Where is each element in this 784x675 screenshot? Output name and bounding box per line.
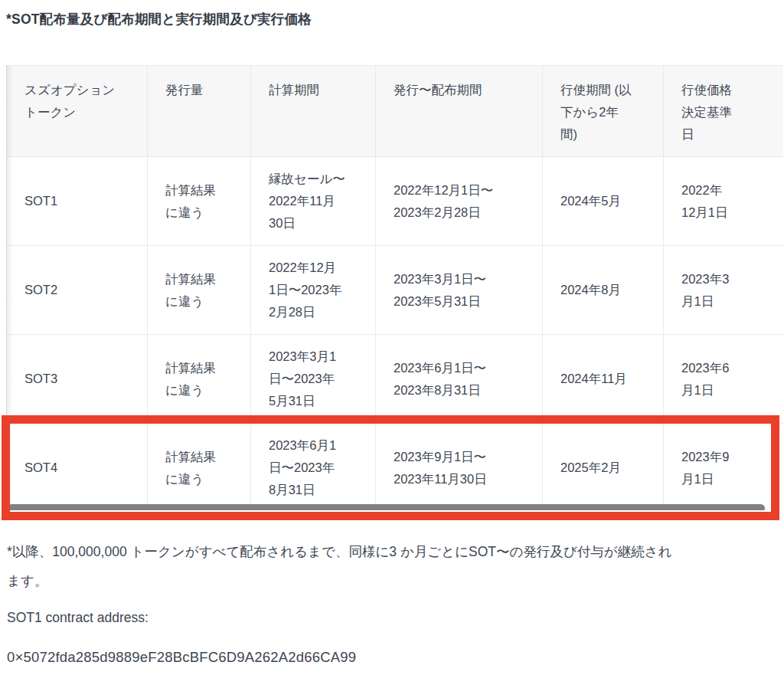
cell-token: SOT1 [7,157,148,246]
cell-price-date: 2023年9 月1日 [664,424,784,511]
col-header-token: スズオプション トークン [7,66,148,157]
cell-calc-period: 2023年3月1 日〜2023年 5月31日 [251,335,376,424]
cell-price-date: 2023年6 月1日 [664,335,784,424]
cell-dist-period: 2022年12月1日〜 2023年2月28日 [376,157,543,246]
cell-issuance: 計算結果 に違う [148,157,251,246]
cell-token: SOT2 [7,246,148,335]
footnote-text: *以降、100,000,000 トークンがすべて配布されるまで、同様に3 か月ご… [7,537,780,595]
col-header-dist-period: 発行〜配布期間 [376,66,543,157]
cell-exercise-period: 2024年5月 [543,157,664,246]
cell-token: SOT3 [7,335,148,424]
cell-exercise-period: 2024年11月 [543,335,664,424]
cell-dist-period: 2023年6月1日〜 2023年8月31日 [376,335,543,424]
sot-table: スズオプション トークン 発行量 計算期間 発行〜配布期間 行使期間 (以 下か… [6,65,783,510]
horizontal-scrollbar[interactable] [10,504,765,510]
cell-calc-period: 2023年6月1 日〜2023年 8月31日 [251,424,376,511]
cell-issuance: 計算結果 に違う [148,335,251,424]
table-header-row: スズオプション トークン 発行量 計算期間 発行〜配布期間 行使期間 (以 下か… [7,66,784,157]
table-row-sot2: SOT2 計算結果 に違う 2022年12月 1日〜2023年 2月28日 20… [7,246,784,335]
table-row-sot1: SOT1 計算結果 に違う 縁故セール〜 2022年11月 30日 2022年1… [7,157,784,246]
col-header-price-date: 行使価格 決定基準 日 [664,66,784,157]
cell-issuance: 計算結果 に違う [148,424,251,511]
col-header-exercise-period: 行使期間 (以 下から2年 間) [543,66,664,157]
cell-exercise-period: 2024年8月 [543,246,664,335]
sot-table-container: スズオプション トークン 発行量 計算期間 発行〜配布期間 行使期間 (以 下か… [6,65,783,510]
col-header-issuance: 発行量 [148,66,251,157]
table-row-sot3: SOT3 計算結果 に違う 2023年3月1 日〜2023年 5月31日 202… [7,335,784,424]
contract-address-label: SOT1 contract address: [7,609,149,626]
cell-dist-period: 2023年9月1日〜 2023年11月30日 [376,424,543,511]
cell-price-date: 2022年 12月1日 [664,157,784,246]
cell-exercise-period: 2025年2月 [543,424,664,511]
cell-issuance: 計算結果 に違う [148,246,251,335]
cell-price-date: 2023年3 月1日 [664,246,784,335]
cell-token: SOT4 [7,424,148,511]
cell-dist-period: 2023年3月1日〜 2023年5月31日 [376,246,543,335]
page-title: *SOT配布量及び配布期間と実行期間及び実行価格 [6,10,312,28]
contract-address-value: 0×5072fda285d9889eF28BcBFC6D9A262A2d66CA… [7,648,356,667]
cell-calc-period: 縁故セール〜 2022年11月 30日 [251,157,376,246]
col-header-calc-period: 計算期間 [251,66,376,157]
table-row-sot4: SOT4 計算結果 に違う 2023年6月1 日〜2023年 8月31日 202… [7,424,784,511]
cell-calc-period: 2022年12月 1日〜2023年 2月28日 [251,246,376,335]
